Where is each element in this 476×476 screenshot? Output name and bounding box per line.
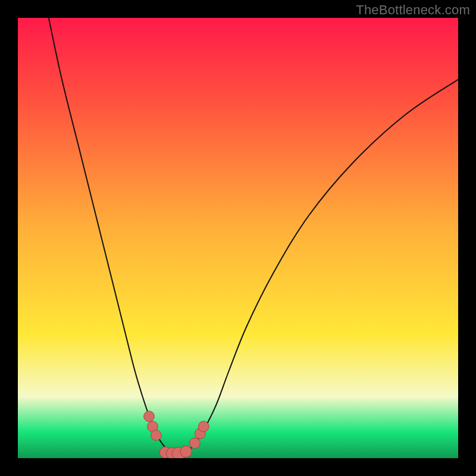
data-marker: [190, 438, 201, 449]
gradient-background: [18, 18, 458, 458]
plot-area: [18, 18, 458, 458]
chart-frame: TheBottleneck.com: [0, 0, 476, 476]
data-marker: [180, 446, 192, 457]
data-marker: [151, 430, 161, 441]
chart-svg: [18, 18, 458, 458]
watermark-text: TheBottleneck.com: [356, 2, 470, 18]
data-marker: [198, 421, 209, 432]
data-marker: [144, 411, 155, 422]
